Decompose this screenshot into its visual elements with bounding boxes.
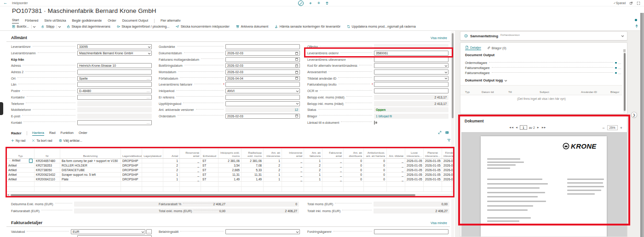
- line-cell[interactable]: KR204657480: [34, 158, 60, 163]
- column-header[interactable]: Fakturerat antal: [322, 149, 344, 158]
- empty-cell[interactable]: [364, 181, 387, 186]
- column-header[interactable]: Lovat inleverans...: [405, 149, 424, 158]
- empty-cell[interactable]: [180, 181, 201, 186]
- menu-tab-beg-r-godk-nnande[interactable]: Begär godkännande: [72, 18, 102, 23]
- chevron-down-icon[interactable]: [621, 35, 624, 37]
- items-button[interactable]: Välj artiklar...: [59, 139, 82, 143]
- line-cell[interactable]: 1: [163, 172, 180, 177]
- empty-cell[interactable]: [142, 186, 163, 191]
- pushpin-icon[interactable]: [635, 24, 638, 28]
- line-cell[interactable]: Scraper support no. 5 left: [60, 172, 121, 177]
- document-output-log-title[interactable]: Dokument Output logg: [465, 78, 506, 82]
- line-cell[interactable]: 2: [264, 168, 282, 172]
- line-cell[interactable]: 0: [364, 158, 387, 163]
- line-cell[interactable]: DROPSHIP: [121, 177, 142, 181]
- field-control[interactable]: [374, 63, 448, 68]
- action-release-button[interactable]: Släpp: [41, 24, 60, 29]
- line-cell[interactable]: 2: [304, 163, 322, 168]
- menu-tab-f-rbered[interactable]: Förbered: [25, 18, 38, 23]
- breadcrumb[interactable]: Inköpsorder: [12, 1, 28, 5]
- field-control[interactable]: [77, 82, 152, 87]
- summary-panel-header[interactable]: Sammanfattning Förhandsversion: [460, 31, 627, 40]
- toggle-switch[interactable]: [374, 121, 375, 125]
- page-number-input[interactable]: [520, 125, 527, 130]
- chevron-down-icon[interactable]: [445, 70, 447, 73]
- field-control[interactable]: [374, 69, 448, 75]
- calendar-icon[interactable]: [295, 115, 299, 117]
- line-cell[interactable]: 2026-01-05: [442, 168, 454, 172]
- empty-cell[interactable]: [163, 186, 180, 191]
- empty-cell[interactable]: [7, 181, 34, 186]
- line-cell[interactable]: DROPSHIP: [121, 172, 142, 177]
- field-control[interactable]: Heinrich-Krone-Strasse 10: [77, 63, 152, 68]
- line-cell[interactable]: ST: [201, 172, 218, 177]
- last-page-icon[interactable]: ►►: [541, 126, 546, 129]
- line-cell[interactable]: 2026-01-05: [442, 163, 454, 168]
- line-cell[interactable]: KR200642110: [34, 177, 60, 181]
- field-control[interactable]: [225, 44, 300, 49]
- empty-cell[interactable]: [424, 181, 442, 186]
- field-control[interactable]: 2026-04-04: [225, 76, 300, 81]
- line-cell[interactable]: _: [322, 168, 344, 172]
- column-header[interactable]: Artikelomkost. ant. att hantera: [364, 149, 387, 158]
- line-cell[interactable]: [142, 168, 163, 172]
- line-cell[interactable]: _: [387, 172, 405, 177]
- line-cell[interactable]: _: [282, 163, 304, 168]
- action-getposting-button[interactable]: Hämta senaste konteringen för leverantör: [275, 24, 340, 29]
- empty-cell[interactable]: [34, 186, 60, 191]
- calendar-icon[interactable]: [295, 77, 299, 80]
- line-cell[interactable]: _: [282, 177, 304, 181]
- grid-view-icon[interactable]: [445, 131, 449, 134]
- empty-cell[interactable]: [387, 186, 405, 191]
- empty-cell[interactable]: [344, 181, 364, 186]
- line-cell[interactable]: _: [180, 158, 201, 163]
- empty-cell[interactable]: [7, 186, 34, 191]
- field-control[interactable]: …: [77, 120, 152, 125]
- assist-edit-icon[interactable]: ⋮: [29, 159, 33, 163]
- line-cell[interactable]: 1,49: [242, 177, 264, 181]
- empty-cell[interactable]: [304, 181, 322, 186]
- newrow-button[interactable]: Ny rad: [11, 139, 25, 143]
- field-control[interactable]: 2026-02-03: [225, 114, 300, 119]
- column-header[interactable]: Ant. att distribuera: [344, 149, 364, 158]
- line-cell[interactable]: _: [387, 163, 405, 168]
- line-cell[interactable]: 1: [264, 172, 282, 177]
- action-warehouse-button[interactable]: Skapa dist.lagerinleverans: [67, 24, 110, 29]
- field-control[interactable]: 2026-02-03: [225, 63, 300, 68]
- line-cell[interactable]: _: [180, 163, 201, 168]
- line-cell[interactable]: 11,31: [242, 172, 264, 177]
- next-page-icon[interactable]: ►: [537, 126, 540, 129]
- assist-ellipsis-icon[interactable]: …: [618, 71, 622, 75]
- cutoff-field[interactable]: [77, 235, 152, 237]
- field-control[interactable]: 33095: [77, 44, 152, 49]
- line-cell[interactable]: KR200623432: [34, 172, 60, 177]
- line-cell[interactable]: 0: [364, 163, 387, 168]
- field-control[interactable]: [225, 57, 300, 62]
- column-header[interactable]: Radbelopp exkl. moms: [242, 149, 264, 158]
- line-cell[interactable]: 2026-01-05: [405, 158, 424, 163]
- line-cell[interactable]: 1: [163, 158, 180, 163]
- line-cell[interactable]: _: [180, 172, 201, 177]
- line-cell[interactable]: [142, 158, 163, 163]
- line-cell[interactable]: 2: [163, 163, 180, 168]
- empty-cell[interactable]: [322, 186, 344, 191]
- line-cell[interactable]: DROPSHIP: [121, 168, 142, 172]
- ellipsis-icon[interactable]: …: [147, 121, 150, 124]
- menu-tab-start[interactable]: Start: [12, 18, 19, 23]
- field-control[interactable]: EUR: [71, 229, 145, 234]
- field-control[interactable]: 2026-02-03: [225, 51, 300, 56]
- empty-cell[interactable]: [163, 181, 180, 186]
- line-cell[interactable]: 1: [304, 172, 322, 177]
- field-control[interactable]: [374, 229, 448, 234]
- empty-cell[interactable]: [424, 186, 442, 191]
- column-header[interactable]: Reserverat antal: [180, 149, 201, 158]
- line-cell[interactable]: _: [282, 172, 304, 177]
- action-putaway-button[interactable]: Skapa lagerinförsel / plockning...: [117, 24, 169, 29]
- field-control[interactable]: [374, 76, 448, 81]
- line-cell[interactable]: →Artikel⋮: [7, 158, 34, 163]
- popout-icon[interactable]: [629, 1, 633, 5]
- line-cell[interactable]: KR2738050: [34, 168, 60, 172]
- empty-cell[interactable]: [121, 186, 142, 191]
- action-send-button[interactable]: Skicka koncernintern inköpsorder: [176, 24, 230, 29]
- previous-page-icon[interactable]: ◄: [515, 126, 518, 129]
